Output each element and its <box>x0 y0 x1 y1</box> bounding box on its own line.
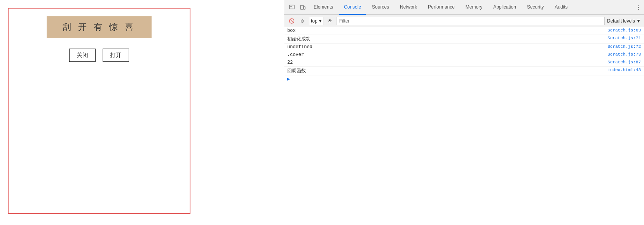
svg-rect-2 <box>300 5 304 9</box>
open-button[interactable]: 打开 <box>103 49 129 62</box>
console-text-0: box <box>287 28 607 33</box>
console-row-1: 初始化成功 Scratch.js:71 <box>284 35 644 44</box>
console-link-3[interactable]: Scratch.js:73 <box>607 52 641 57</box>
console-arrow-row[interactable]: ▶ <box>284 75 644 83</box>
device-icon[interactable] <box>298 3 307 12</box>
top-selector-dropdown-icon: ▾ <box>319 18 321 24</box>
console-text-3: .cover <box>287 52 607 58</box>
tab-audits[interactable]: Audits <box>550 0 572 15</box>
tab-memory[interactable]: Memory <box>461 0 487 15</box>
devtools-panel: Elements Console Sources Network Perform… <box>284 0 644 225</box>
console-row-2: undefined Scratch.js:72 <box>284 44 644 51</box>
eye-icon[interactable]: 👁 <box>326 17 334 25</box>
console-text-5: 回调函数 <box>287 68 607 74</box>
console-row-5: 回调函数 index.html:43 <box>284 67 644 75</box>
console-row-4: 22 Scratch.js:87 <box>284 59 644 67</box>
svg-rect-3 <box>304 7 305 9</box>
console-link-4[interactable]: Scratch.js:87 <box>607 60 641 65</box>
button-row: 关闭 打开 <box>69 49 129 62</box>
default-levels-text: Default levels ▼ <box>607 18 641 24</box>
tab-elements[interactable]: Elements <box>309 0 338 15</box>
block-icon[interactable]: ⊘ <box>298 17 307 25</box>
inspect-icon[interactable] <box>287 3 297 12</box>
tab-sources[interactable]: Sources <box>367 0 394 15</box>
more-tabs-icon[interactable]: ⋮ <box>636 4 641 10</box>
console-link-0[interactable]: Scratch.js:63 <box>607 28 641 33</box>
tab-console[interactable]: Console <box>339 0 366 15</box>
scratch-banner: 刮 开 有 惊 喜 <box>47 16 152 38</box>
close-button[interactable]: 关闭 <box>69 49 96 62</box>
console-text-4: 22 <box>287 60 607 65</box>
svg-rect-1 <box>290 6 292 7</box>
tab-application[interactable]: Application <box>489 0 521 15</box>
filter-input[interactable] <box>337 17 605 25</box>
console-link-2[interactable]: Scratch.js:72 <box>607 44 641 49</box>
tab-security[interactable]: Security <box>522 0 548 15</box>
scratch-box: 刮 开 有 惊 喜 关闭 打开 <box>8 8 190 214</box>
console-link-5[interactable]: index.html:43 <box>607 68 641 72</box>
devtools-toolbar: Elements Console Sources Network Perform… <box>284 0 644 15</box>
console-output: box Scratch.js:63 初始化成功 Scratch.js:71 un… <box>284 27 644 225</box>
console-text-2: undefined <box>287 44 607 50</box>
banner-text: 刮 开 有 惊 喜 <box>63 21 136 33</box>
clear-console-button[interactable]: 🚫 <box>287 17 296 25</box>
top-selector-text: top <box>311 18 318 24</box>
console-row-0: box Scratch.js:63 <box>284 27 644 35</box>
tab-network[interactable]: Network <box>395 0 422 15</box>
console-toolbar: 🚫 ⊘ top ▾ 👁 Default levels ▼ <box>284 15 644 27</box>
console-link-1[interactable]: Scratch.js:71 <box>607 36 641 40</box>
app-panel: 刮 开 有 惊 喜 关闭 打开 <box>0 0 284 225</box>
top-selector[interactable]: top ▾ <box>309 17 323 25</box>
console-text-1: 初始化成功 <box>287 36 607 42</box>
console-row-3: .cover Scratch.js:73 <box>284 51 644 59</box>
default-levels-selector[interactable]: Default levels ▼ <box>607 18 641 24</box>
tab-performance[interactable]: Performance <box>423 0 459 15</box>
